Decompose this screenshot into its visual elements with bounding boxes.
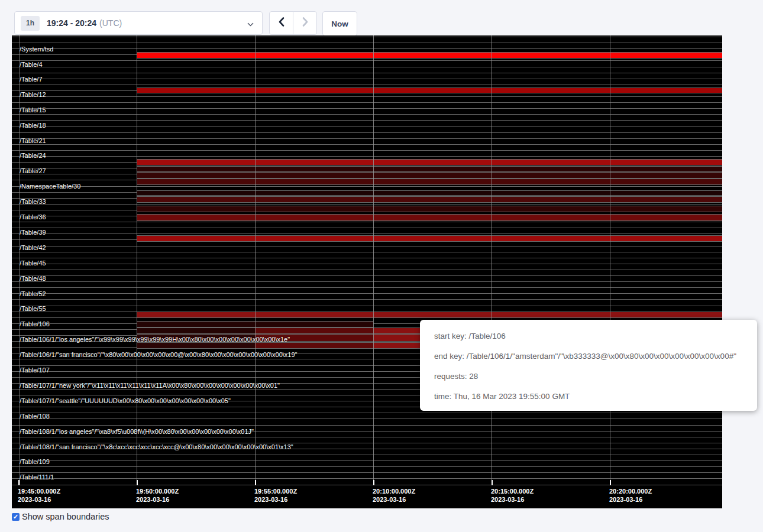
row-label: /Table/111/1	[20, 473, 54, 481]
now-button[interactable]: Now	[322, 11, 357, 36]
hot-span-band[interactable]	[137, 166, 722, 172]
chevron-right-icon	[301, 17, 309, 30]
range-timezone: (UTC)	[99, 18, 122, 28]
tooltip-requests: requests: 28	[434, 366, 743, 387]
span-tooltip: start key: /Table/106 end key: /Table/10…	[420, 320, 757, 411]
row-label: /Table/52	[20, 290, 46, 298]
time-tick	[18, 480, 20, 485]
tooltip-time: time: Thu, 16 Mar 2023 19:55:00 GMT	[434, 387, 743, 407]
row-label: /Table/106	[20, 320, 50, 328]
row-label: /Table/39	[20, 229, 46, 236]
next-time-button[interactable]	[293, 11, 317, 35]
row-label: /Table/109	[20, 458, 50, 466]
time-range-selector[interactable]: 1h 19:24 - 20:24 (UTC)	[14, 11, 263, 35]
time-tick-label: 19:45:00.000Z2023-03-16	[18, 487, 60, 504]
row-label: /Table/108/1/"los angeles"/"\xa8\xf5\u00…	[20, 428, 254, 436]
hot-span-band[interactable]	[137, 179, 722, 185]
hot-span-band[interactable]	[137, 196, 722, 203]
hot-span-band[interactable]	[255, 327, 373, 334]
toolbar: 1h 19:24 - 20:24 (UTC) Now	[0, 0, 763, 35]
row-label: /Table/18	[20, 122, 46, 129]
row-label: /Table/24	[20, 152, 46, 160]
hot-span-band[interactable]	[137, 87, 722, 93]
grid-line-vertical	[373, 35, 374, 485]
range-preset-badge: 1h	[21, 16, 40, 31]
tooltip-start-key: start key: /Table/106	[434, 326, 743, 346]
row-label: /Table/15	[20, 106, 46, 114]
row-label: /Table/107	[20, 366, 50, 374]
row-label: /Table/36	[20, 213, 46, 221]
prev-time-button[interactable]	[269, 11, 293, 35]
time-tick-label: 20:15:00.000Z2023-03-16	[491, 487, 534, 504]
row-label: /Table/4	[20, 61, 43, 69]
row-label: /Table/27	[20, 167, 46, 175]
grid-line-vertical	[492, 35, 492, 485]
hot-span-band[interactable]	[137, 235, 722, 242]
row-label: /Table/107/1/"new york"/"\x11\x11\x11\x1…	[20, 382, 280, 390]
row-label: /System/tsd	[20, 46, 53, 53]
range-label: 19:24 - 20:24	[47, 18, 96, 28]
show-span-boundaries-control[interactable]: ✓ Show span boundaries	[12, 512, 109, 521]
time-tick-label: 20:10:00.000Z2023-03-16	[373, 487, 415, 504]
grid-line-vertical	[255, 35, 256, 485]
row-label: /Table/108	[20, 413, 50, 420]
hot-span-band[interactable]	[137, 190, 722, 196]
hot-span-band[interactable]	[137, 327, 255, 334]
hot-span-band[interactable]	[137, 312, 722, 318]
row-label: /Table/45	[20, 259, 46, 267]
time-tick	[373, 480, 374, 485]
hot-span-band[interactable]	[137, 206, 722, 212]
time-nav-group	[269, 11, 317, 35]
row-label: /Table/107/1/"seattle"/"UUUUUUD\x00\x80\…	[20, 397, 231, 405]
time-tick	[137, 480, 138, 485]
row-label: /Table/106/1/"los angeles"/"\x99\x99\x99…	[20, 336, 290, 343]
grid-line-vertical	[610, 35, 610, 485]
hot-span-band[interactable]	[137, 52, 722, 59]
row-label: /Table/7	[20, 76, 43, 83]
chevron-left-icon	[277, 17, 286, 30]
key-visualizer-canvas[interactable]: /System/tsd/Table/4/Table/7/Table/12/Tab…	[12, 35, 722, 508]
key-visualizer-page: { "toolbar": { "range_preset": "1h", "ra…	[0, 0, 763, 532]
row-label: /NamespaceTable/30	[20, 183, 80, 190]
row-label: /Table/42	[20, 244, 46, 252]
row-label: /Table/106/1/"san francisco"/"\x80\x00\x…	[20, 351, 298, 359]
row-label: /Table/21	[20, 137, 46, 145]
row-label: /Table/55	[20, 305, 46, 313]
span-boundary-lines	[12, 37, 722, 485]
row-label: /Table/12	[20, 91, 46, 99]
chevron-down-icon	[247, 20, 254, 31]
row-label: /Table/108/1/"san francisco"/"\x8c\xcc\x…	[20, 443, 293, 451]
time-tick-label: 20:20:00.000Z2023-03-16	[609, 487, 652, 504]
row-label: /Table/33	[20, 198, 46, 206]
hot-span-band[interactable]	[137, 214, 722, 221]
show-span-boundaries-label[interactable]: Show span boundaries	[22, 512, 109, 521]
time-tick	[492, 480, 493, 485]
show-span-boundaries-checkbox[interactable]: ✓	[12, 513, 20, 521]
time-tick-label: 19:55:00.000Z2023-03-16	[254, 487, 297, 504]
row-label: /Table/48	[20, 275, 46, 283]
tooltip-end-key: end key: /Table/106/1/"amsterdam"/"\xb33…	[434, 346, 743, 366]
hot-span-band[interactable]	[137, 159, 722, 166]
hot-span-band[interactable]	[137, 172, 722, 179]
time-tick	[255, 480, 256, 485]
grid-line-vertical	[137, 35, 137, 485]
time-tick-label: 19:50:00.000Z2023-03-16	[136, 487, 179, 504]
time-tick	[610, 480, 611, 485]
